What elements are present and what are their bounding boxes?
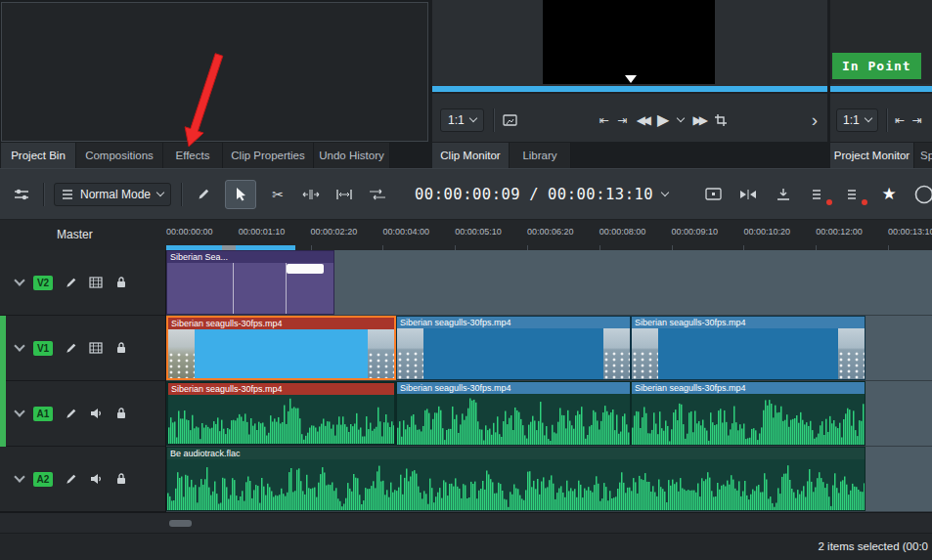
monitor-overlay-icon[interactable] [503, 114, 517, 126]
position-indicator-icon[interactable] [701, 183, 725, 206]
clip-monitor-seekbar[interactable] [432, 86, 827, 92]
audio-clip-3[interactable]: Siberian seagulls-30fps.mp4 [631, 381, 865, 446]
insert-zone-icon[interactable] [772, 183, 795, 206]
clip-title: Siberian seagulls-30fps.mp4 [397, 317, 630, 328]
ripple-tool-icon[interactable] [333, 183, 356, 206]
overwrite-zone-icon[interactable] [842, 183, 865, 206]
right-dock-tab-bar: Project Monitor Sp [830, 143, 932, 168]
play-options-chevron-icon[interactable] [677, 114, 685, 122]
mute-track-icon[interactable] [88, 471, 104, 487]
show-video-icon[interactable] [88, 340, 104, 356]
track-header-v2[interactable]: V2 [0, 250, 165, 316]
clip-body [168, 329, 394, 378]
audio-waveform [632, 394, 865, 445]
lock-track-icon[interactable] [113, 275, 129, 290]
ruler-tick: 00:00:05:10 [455, 227, 527, 237]
video-clip-2[interactable]: Siberian seagulls-30fps.mp4 [396, 316, 631, 380]
edit-mode-select[interactable]: Normal Mode [54, 183, 171, 206]
track-target-badge[interactable]: A2 [33, 472, 53, 487]
collapse-track-icon[interactable] [14, 471, 24, 482]
tab-compositions[interactable]: Compositions [76, 143, 163, 168]
lock-track-icon[interactable] [113, 340, 129, 356]
track-target-badge[interactable]: V1 [33, 341, 53, 356]
audio-clip-1[interactable]: Siberian seagulls-30fps.mp4 [166, 381, 396, 446]
edit-track-icon[interactable] [63, 406, 78, 421]
slip-tool-icon[interactable] [366, 183, 389, 206]
edit-track-icon[interactable] [63, 340, 78, 356]
edit-track-icon[interactable] [63, 471, 78, 487]
favorite-effects-icon[interactable]: ★ [877, 183, 901, 206]
track-row-v1[interactable]: Siberian seagulls-30fps.mp4 Siberian sea… [166, 316, 932, 381]
clip-monitor-playhead[interactable] [625, 75, 637, 83]
scrollbar-handle[interactable] [169, 520, 192, 527]
timeline-ruler[interactable]: Master 00:00:00:00 00:00:01:10 00:00:02:… [0, 220, 932, 250]
chevron-down-icon [468, 114, 476, 122]
ruler-tick: 00:00:01:10 [239, 227, 311, 237]
ruler-tick: 00:00:00:00 [166, 227, 239, 237]
rewind-icon[interactable]: ◀◀ [637, 114, 648, 126]
selection-tool-button[interactable] [225, 180, 256, 209]
zone-crop-icon[interactable] [714, 113, 728, 127]
lock-track-icon[interactable] [113, 406, 129, 421]
track-header-v1[interactable]: V1 [0, 316, 165, 381]
toolbar-partial-icon[interactable] [912, 183, 932, 206]
track-row-a2[interactable]: Be audiotrack.flac [166, 447, 932, 512]
collapse-track-icon[interactable] [14, 275, 24, 285]
track-row-a1[interactable]: Siberian seagulls-30fps.mp4 Siberian sea… [166, 381, 932, 447]
project-monitor-seekbar[interactable] [830, 86, 932, 92]
tab-library[interactable]: Library [510, 143, 571, 168]
go-to-in-point-icon[interactable]: ⇤ [599, 114, 609, 126]
audio-clip-2[interactable]: Siberian seagulls-30fps.mp4 [396, 381, 631, 446]
go-to-out-point-icon[interactable]: ⇥ [912, 114, 922, 126]
extract-zone-icon[interactable] [807, 183, 830, 206]
separator [43, 183, 44, 206]
edit-tool-icon[interactable] [192, 183, 215, 206]
ruler-tick: 00:00:09:10 [672, 227, 744, 237]
spacer-tool-icon[interactable] [299, 183, 323, 206]
timeline-settings-icon[interactable] [10, 183, 33, 206]
tab-undo-history[interactable]: Undo History [314, 143, 390, 168]
tab-project-monitor[interactable]: Project Monitor [830, 143, 914, 168]
mute-track-icon[interactable] [88, 406, 104, 421]
track-header-a1[interactable]: A1 [0, 381, 165, 447]
track-target-badge[interactable]: A1 [33, 407, 53, 421]
play-icon[interactable]: ▶ [657, 112, 669, 128]
clip-marker-line [233, 263, 234, 314]
master-track-button[interactable]: Master [57, 228, 93, 241]
fast-forward-icon[interactable]: ▶▶ [692, 114, 704, 126]
audio-waveform [167, 459, 865, 510]
clip-monitor-zoom-select[interactable]: 1:1 [440, 108, 484, 132]
collapse-track-icon[interactable] [14, 340, 24, 351]
video-clip-1[interactable]: Siberian seagulls-30fps.mp4 [166, 316, 396, 380]
collapse-track-icon[interactable] [14, 406, 24, 416]
razor-tool-icon[interactable]: ✂ [266, 183, 289, 206]
edit-mode-value: Normal Mode [80, 188, 151, 201]
clip-thumbnail [168, 329, 195, 378]
track-row-v2[interactable]: Siberian Sea... [166, 250, 932, 316]
tab-clip-monitor[interactable]: Clip Monitor [432, 143, 510, 168]
clip-thumbnail [632, 328, 658, 379]
mix-clips-icon[interactable] [736, 183, 760, 206]
timecode-current: 00:00:00:09 [415, 186, 520, 203]
clip-thumbnail [397, 328, 423, 379]
video-clip-3[interactable]: Siberian seagulls-30fps.mp4 [631, 316, 865, 380]
tab-effects[interactable]: Effects [163, 143, 223, 168]
tab-clip-properties[interactable]: Clip Properties [223, 143, 314, 168]
tab-clipped[interactable]: Sp [914, 143, 932, 168]
show-video-icon[interactable] [88, 275, 104, 290]
project-monitor-zoom-select[interactable]: 1:1 [836, 108, 878, 132]
timeline-hscrollbar [0, 512, 932, 533]
go-to-in-point-icon[interactable]: ⇤ [895, 114, 905, 126]
title-clip[interactable]: Siberian Sea... [166, 250, 334, 315]
toolbar-overflow-button[interactable]: › [810, 110, 820, 129]
tab-project-bin[interactable]: Project Bin [1, 143, 76, 168]
left-dock-tab-bar: Project Bin Compositions Effects Clip Pr… [1, 143, 390, 168]
track-header-a2[interactable]: A2 [0, 447, 165, 512]
go-to-out-point-icon[interactable]: ⇥ [618, 114, 628, 126]
audio-track-clip[interactable]: Be audiotrack.flac [166, 447, 865, 511]
edit-track-icon[interactable] [63, 275, 78, 290]
timeline-timecode[interactable]: 00:00:00:09 / 00:00:13:10 [415, 186, 668, 203]
ruler-tick: 00:00:10:20 [743, 227, 816, 237]
lock-track-icon[interactable] [113, 471, 129, 487]
track-target-badge[interactable]: V2 [33, 276, 53, 290]
